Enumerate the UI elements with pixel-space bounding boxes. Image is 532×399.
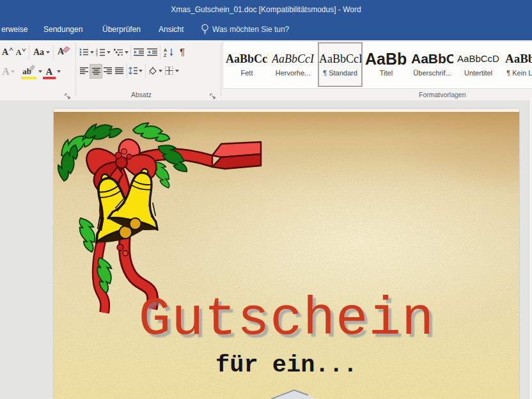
align-left-button[interactable] [78, 65, 90, 77]
align-left-icon [80, 67, 88, 75]
sort-button[interactable]: A Z [162, 45, 176, 58]
tab-ansicht[interactable]: Ansicht [159, 25, 184, 34]
svg-text:A: A [164, 48, 167, 52]
chevron-down-icon [159, 70, 162, 72]
paint-bucket-icon [148, 66, 157, 75]
style-untertitel[interactable]: AaBbCcD Untertitel [457, 43, 499, 84]
lightbulb-icon [201, 24, 209, 35]
font-color-dropdown[interactable] [56, 66, 61, 77]
increase-indent-icon [147, 48, 157, 56]
chevron-down-icon [90, 51, 94, 54]
window-title: Xmas_Gutschein_01.doc [Kompatibilitätsmo… [0, 5, 532, 14]
bullet-list-button[interactable] [78, 46, 90, 58]
chevron-down-icon [107, 51, 111, 54]
group-divider [75, 43, 76, 97]
document-workspace: Gutschein für ein... [0, 100, 532, 399]
font-color-bar [43, 77, 56, 79]
align-right-icon [104, 67, 112, 75]
font-dialog-launcher[interactable] [65, 91, 72, 98]
grow-arrow-icon [9, 47, 13, 51]
divider [160, 45, 160, 59]
text-highlight-button[interactable]: ab [20, 64, 37, 79]
style-standard[interactable]: AaBbCcI ¶ Standard [318, 42, 363, 87]
tab-verweise[interactable]: erweise [1, 25, 27, 34]
borders-button[interactable] [164, 64, 180, 77]
svg-text:3: 3 [96, 53, 98, 56]
tell-me-box[interactable]: Was möchten Sie tun? [201, 24, 289, 35]
justify-icon [115, 67, 123, 75]
bottom-scroll-clipart-partial [271, 388, 316, 399]
style-titel[interactable]: AaBbC Titel [365, 43, 407, 84]
align-center-icon [92, 68, 100, 75]
bullet-list-dropdown[interactable] [90, 48, 95, 57]
borders-grid-icon [165, 66, 173, 75]
chevron-down-icon [11, 70, 15, 73]
shading-button[interactable] [147, 64, 162, 77]
multilevel-list-button[interactable] [113, 46, 124, 58]
highlight-color-bar [21, 77, 36, 79]
parchment-background: Gutschein für ein... [54, 112, 519, 399]
dialog-launcher-icon [210, 93, 216, 100]
document-subheading[interactable]: für ein... [54, 352, 519, 379]
line-spacing-button[interactable] [129, 64, 143, 77]
numbered-list-button[interactable]: 1 2 3 [95, 46, 106, 58]
show-paragraph-marks-button[interactable]: ¶ [177, 45, 187, 58]
styles-group-label: Formatvorlagen [419, 91, 466, 98]
shrink-font-button[interactable]: A [15, 46, 27, 59]
justify-button[interactable] [113, 65, 125, 77]
style-ueberschrift[interactable]: AaBbC Überschrif... [411, 43, 453, 84]
bullet-list-icon [79, 48, 89, 56]
group-divider [221, 43, 221, 97]
dialog-launcher-icon [65, 93, 71, 100]
tab-sendungen[interactable]: Sendungen [43, 25, 82, 34]
font-color-button[interactable]: A [42, 64, 56, 79]
word-window: Xmas_Gutschein_01.doc [Kompatibilitätsmo… [0, 0, 532, 399]
svg-text:Z: Z [164, 53, 167, 57]
chevron-down-icon [175, 70, 179, 72]
line-spacing-icon [129, 66, 137, 75]
divider [130, 45, 131, 59]
change-case-button[interactable]: Aa [32, 45, 51, 59]
title-bar: Xmas_Gutschein_01.doc [Kompatibilitätsmo… [0, 0, 532, 19]
divider [145, 64, 146, 78]
grow-font-button[interactable]: A [1, 45, 14, 59]
chevron-down-icon [57, 70, 61, 73]
align-center-button[interactable] [90, 64, 102, 79]
document-page[interactable]: Gutschein für ein... [54, 109, 519, 399]
multilevel-list-dropdown[interactable] [124, 48, 129, 57]
document-heading[interactable]: Gutschein [54, 293, 519, 347]
style-hervorhebung[interactable]: AaBbCcI Hervorhe... [272, 43, 314, 84]
chevron-down-icon [46, 51, 50, 54]
numbered-list-dropdown[interactable] [106, 48, 111, 57]
numbered-list-icon: 1 2 3 [96, 48, 106, 56]
vertical-scrollbar[interactable] [529, 100, 532, 399]
paragraph-dialog-launcher[interactable] [210, 91, 217, 98]
styles-gallery: AaBbCcl Fett AaBbCcI Hervorhe... AaBbCcI… [223, 41, 532, 89]
christmas-bells-clipart [58, 122, 275, 317]
tell-me-label: Was möchten Sie tun? [212, 25, 289, 34]
align-right-button[interactable] [102, 65, 113, 77]
ribbon-tab-bar: erweise Sendungen Überprüfen Ansicht Was… [0, 19, 532, 40]
chevron-down-icon [139, 70, 143, 72]
tab-ueberpruefen[interactable]: Überprüfen [102, 25, 141, 34]
clear-formatting-button[interactable]: A [56, 45, 72, 59]
chevron-down-icon [125, 51, 129, 54]
style-fett[interactable]: AaBbCcl Fett [226, 43, 268, 84]
divider [53, 45, 54, 59]
paragraph-group-label: Absatz [131, 91, 152, 98]
decrease-indent-button[interactable] [132, 46, 145, 58]
ribbon: A A Aa A A ab [0, 40, 532, 101]
sort-az-icon: A Z [164, 47, 175, 57]
increase-indent-button[interactable] [146, 46, 159, 58]
divider [29, 45, 29, 59]
multilevel-list-icon [114, 48, 123, 56]
text-effects-button[interactable]: A [1, 64, 16, 79]
divider [127, 64, 127, 78]
style-kein-leerraum[interactable]: AaBbC ¶ Kein Le... [503, 43, 532, 84]
shrink-arrow-icon [22, 48, 26, 52]
decrease-indent-icon [134, 48, 144, 56]
